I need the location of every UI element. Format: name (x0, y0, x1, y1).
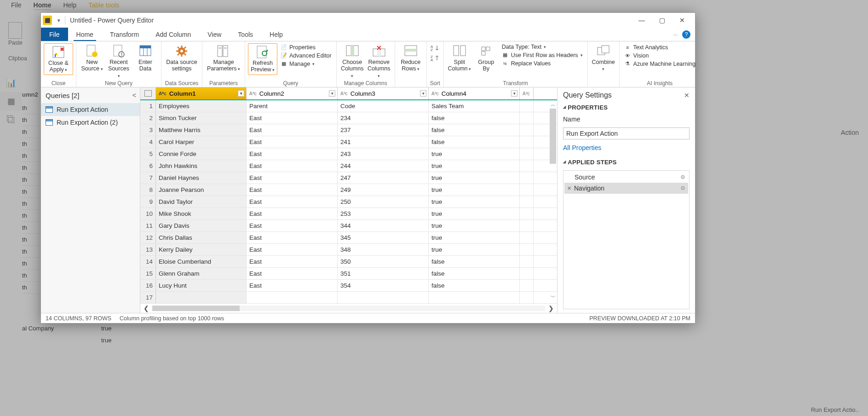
table-row[interactable]: 10Mike ShookEast253true (140, 208, 557, 220)
step-navigation[interactable]: ✕Navigation⚙ (564, 183, 688, 194)
table-row[interactable]: 2Simon TuckerEast234false (140, 112, 557, 124)
sort-asc-button[interactable]: AZ (430, 43, 441, 52)
cell[interactable]: Lucy Hunt (156, 280, 247, 291)
new-source-button[interactable]: New Source (79, 43, 105, 72)
cell[interactable]: 247 (338, 172, 429, 184)
tab-help[interactable]: Help (261, 28, 291, 41)
tab-view[interactable]: View (199, 28, 230, 41)
manage-parameters-button[interactable]: Manage Parameters (205, 43, 242, 72)
advanced-editor-button[interactable]: 📝Advanced Editor (278, 52, 333, 59)
reduce-rows-button[interactable]: Reduce Rows (398, 43, 424, 72)
remove-columns-button[interactable]: Remove Columns (366, 43, 392, 79)
all-properties-link[interactable]: All Properties (563, 144, 690, 151)
cell[interactable]: Daniel Haynes (156, 172, 247, 184)
combine-button[interactable]: Combine (591, 43, 616, 72)
cell[interactable] (520, 160, 534, 172)
cell[interactable]: 350 (338, 256, 429, 267)
cell[interactable] (429, 292, 520, 303)
cell[interactable]: 344 (338, 220, 429, 231)
cell[interactable]: East (247, 232, 338, 243)
sort-desc-button[interactable]: ZA (430, 53, 441, 63)
minimize-button[interactable]: — (632, 14, 652, 27)
cell[interactable] (520, 280, 534, 291)
table-row[interactable]: 4Carol HarperEast241false (140, 136, 557, 148)
cell[interactable]: false (429, 268, 520, 279)
cell[interactable]: East (247, 148, 338, 160)
cell[interactable]: Joanne Pearson (156, 184, 247, 196)
cell[interactable]: Simon Tucker (156, 112, 247, 124)
cell[interactable]: false (429, 124, 520, 136)
cell[interactable]: false (429, 112, 520, 124)
tab-add-column[interactable]: Add Column (147, 28, 199, 41)
cell[interactable] (520, 268, 534, 279)
table-row[interactable]: 12Chris DallasEast345true (140, 232, 557, 244)
choose-columns-button[interactable]: Choose Columns (339, 43, 365, 79)
table-row[interactable]: 6John HawkinsEast244true (140, 160, 557, 172)
column-header-2[interactable]: AᴮcColumn2▾ (247, 87, 338, 99)
scroll-down-icon[interactable]: ﹀ (549, 293, 557, 301)
cell[interactable] (520, 292, 534, 303)
properties-section[interactable]: PROPERTIES (563, 104, 690, 111)
cell[interactable]: 249 (338, 184, 429, 196)
gear-icon[interactable]: ⚙ (680, 174, 685, 180)
table-row[interactable]: 15Glenn GrahamEast351false (140, 268, 557, 280)
cell[interactable]: 253 (338, 208, 429, 220)
table-row[interactable]: 5Connie FordeEast243true (140, 148, 557, 160)
cell[interactable]: East (247, 244, 338, 255)
query-item-1[interactable]: Run Export Action (41, 103, 140, 116)
data-source-settings-button[interactable]: Data source settings (164, 43, 199, 72)
cell[interactable]: false (429, 256, 520, 267)
cell[interactable]: David Taylor (156, 196, 247, 208)
cell[interactable]: Employees (156, 100, 247, 112)
cell[interactable]: 237 (338, 124, 429, 136)
cell[interactable] (247, 292, 338, 303)
cell[interactable]: East (247, 160, 338, 172)
cell[interactable] (520, 208, 534, 220)
vertical-scrollbar[interactable]: ︿ ﹀ (549, 100, 557, 301)
group-by-button[interactable]: Group By (473, 43, 499, 72)
tab-transform[interactable]: Transform (102, 28, 147, 41)
column-header-5-partial[interactable]: Aᴮc (520, 87, 534, 99)
table-row[interactable]: 3Matthew HarrisEast237false (140, 124, 557, 136)
cell[interactable]: 243 (338, 148, 429, 160)
table-row[interactable]: 14Eloise CumberlandEast350false (140, 256, 557, 268)
cell[interactable]: East (247, 280, 338, 291)
vision-button[interactable]: 👁Vision (622, 52, 698, 59)
cell[interactable]: Eloise Cumberland (156, 256, 247, 267)
cell[interactable]: 244 (338, 160, 429, 172)
enter-data-button[interactable]: Enter Data (132, 43, 158, 72)
cell[interactable]: true (429, 172, 520, 184)
cell[interactable]: false (429, 280, 520, 291)
cell[interactable]: 345 (338, 232, 429, 243)
cell[interactable] (156, 292, 247, 303)
cell[interactable]: true (429, 148, 520, 160)
cell[interactable]: true (429, 232, 520, 243)
cell[interactable] (520, 172, 534, 184)
cell[interactable]: Sales Team (429, 100, 520, 112)
cell[interactable]: 241 (338, 136, 429, 148)
cell[interactable]: true (429, 196, 520, 208)
cell[interactable]: East (247, 256, 338, 267)
cell[interactable]: Chris Dallas (156, 232, 247, 243)
table-row[interactable]: 7Daniel HaynesEast247true (140, 172, 557, 184)
column-header-3[interactable]: AᴮcColumn3▾ (338, 87, 429, 99)
query-name-input[interactable] (563, 127, 690, 139)
cell[interactable]: 250 (338, 196, 429, 208)
cell[interactable]: Glenn Graham (156, 268, 247, 279)
delete-step-icon[interactable]: ✕ (567, 185, 571, 191)
cell[interactable]: true (429, 220, 520, 231)
filter-icon[interactable]: ▾ (329, 90, 335, 97)
cell[interactable] (338, 292, 429, 303)
maximize-button[interactable]: ▢ (652, 14, 672, 27)
cell[interactable]: 354 (338, 280, 429, 291)
cell[interactable] (520, 124, 534, 136)
cell[interactable]: East (247, 136, 338, 148)
cell[interactable]: Parent (247, 100, 338, 112)
cell[interactable]: 348 (338, 244, 429, 255)
close-and-apply-button[interactable]: Close & Apply (44, 43, 73, 75)
step-source[interactable]: Source⚙ (564, 172, 688, 183)
table-row[interactable]: 11Gary DavisEast344true (140, 220, 557, 232)
cell[interactable]: John Hawkins (156, 160, 247, 172)
text-analytics-button[interactable]: ≡Text Analytics (622, 43, 698, 51)
cell[interactable]: East (247, 172, 338, 184)
